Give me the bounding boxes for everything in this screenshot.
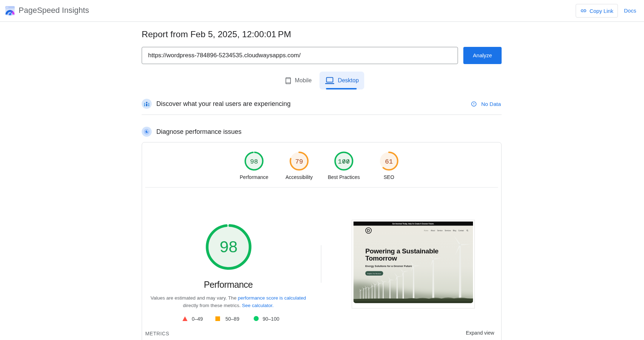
- svg-text:79: 79: [295, 158, 303, 166]
- svg-text:Tomorrow: Tomorrow: [365, 254, 397, 262]
- svg-text:61: 61: [385, 158, 393, 166]
- svg-text:98: 98: [250, 158, 258, 166]
- svg-text:Contact: Contact: [458, 230, 464, 232]
- svg-text:Explore Our Services: Explore Our Services: [367, 273, 381, 275]
- svg-text:Home: Home: [424, 230, 429, 232]
- svg-text:Services: Services: [445, 230, 451, 232]
- svg-text:Energy Solutions for a Greener: Energy Solutions for a Greener Future: [365, 264, 412, 268]
- svg-text:About: About: [431, 230, 435, 232]
- svg-text:Service: Service: [437, 230, 443, 232]
- svg-text:Blog: Blog: [453, 230, 457, 232]
- svg-text:Powering a Sustainable: Powering a Sustainable: [365, 247, 438, 255]
- svg-text:98: 98: [220, 238, 238, 256]
- svg-text:Get Involved Today. Help Us Cr: Get Involved Today. Help Us Create A Gre…: [392, 223, 434, 225]
- svg-text:D: D: [367, 228, 370, 233]
